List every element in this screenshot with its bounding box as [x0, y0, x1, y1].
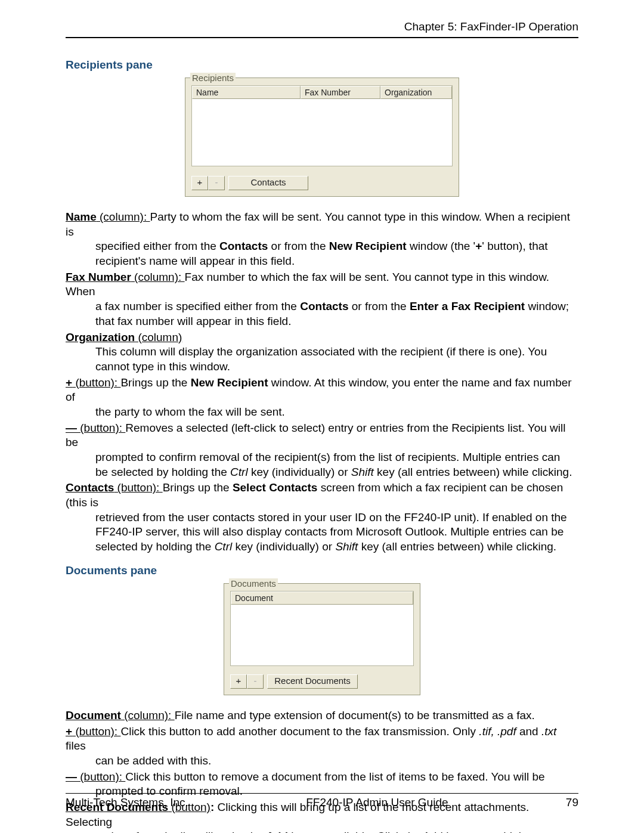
desc-contacts: Contacts (button): Brings up the Select … — [66, 481, 578, 554]
desc-name: Name (column): Party to whom the fax wil… — [66, 210, 578, 269]
recipients-list: Name Fax Number Organization — [191, 85, 453, 166]
page-header: Chapter 5: FaxFinder-IP Operation — [66, 20, 578, 38]
documents-list: Document — [230, 591, 414, 666]
documents-remove-button[interactable]: - — [247, 674, 264, 689]
recipients-section-title: Recipients pane — [66, 58, 578, 72]
desc-doc-plus: + (button): Click this button to add ano… — [66, 724, 578, 769]
footer-center: FF240-IP Admin User Guide — [306, 796, 448, 809]
desc-document: Document (column): File name and type ex… — [66, 708, 578, 723]
recipients-col-name[interactable]: Name — [192, 86, 301, 99]
recipients-col-org[interactable]: Organization — [380, 86, 452, 99]
documents-section-title: Documents pane — [66, 564, 578, 577]
label-name: (column): — [97, 210, 150, 223]
desc-fax: Fax Number (column): Fax number to which… — [66, 270, 578, 329]
recipients-add-button[interactable]: + — [191, 176, 208, 190]
recipients-header-row: Name Fax Number Organization — [192, 86, 452, 99]
documents-legend: Documents — [229, 578, 278, 589]
recipients-col-fax[interactable]: Fax Number — [301, 86, 380, 99]
recipients-descriptions: Name (column): Party to whom the fax wil… — [66, 210, 578, 555]
footer-left: Multi-Tech Systems, Inc. — [66, 796, 188, 809]
desc-plus: + (button): Brings up the New Recipient … — [66, 376, 578, 420]
recipients-remove-button[interactable]: - — [208, 176, 225, 190]
desc-minus: — (button): Removes a selected (left-cli… — [66, 421, 578, 480]
desc-org: Organization (column) This column will d… — [66, 330, 578, 374]
chapter-label: Chapter 5: FaxFinder-IP Operation — [404, 20, 578, 33]
documents-pane: Documents Document + - Recent Documents — [224, 583, 420, 695]
recipients-legend: Recipients — [190, 73, 236, 83]
footer-page-number: 79 — [566, 796, 578, 809]
documents-descriptions: Document (column): File name and type ex… — [66, 708, 578, 833]
documents-recent-button[interactable]: Recent Documents — [267, 674, 358, 689]
recipients-pane: Recipients Name Fax Number Organization … — [185, 78, 459, 197]
documents-col-document[interactable]: Document — [231, 592, 413, 605]
recipients-contacts-button[interactable]: Contacts — [228, 176, 308, 190]
page-footer: Multi-Tech Systems, Inc. FF240-IP Admin … — [66, 793, 578, 809]
documents-add-button[interactable]: + — [230, 674, 247, 689]
term-name: Name — [66, 210, 97, 223]
